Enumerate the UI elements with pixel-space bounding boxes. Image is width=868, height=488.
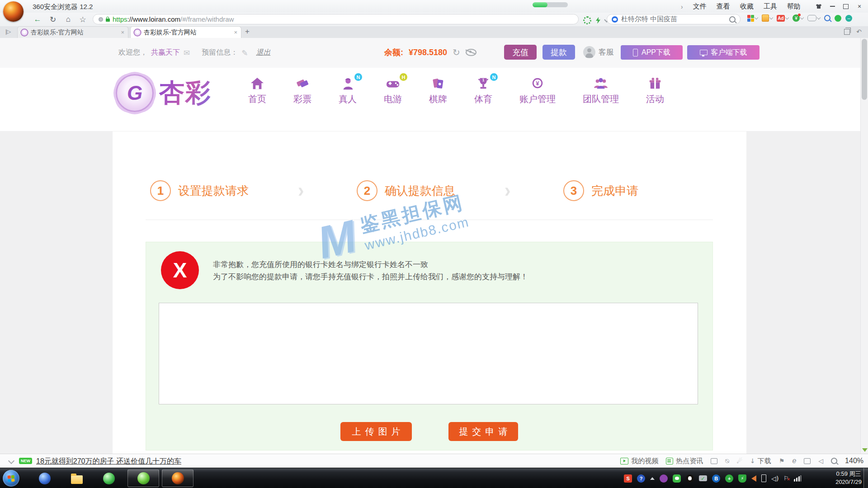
green-status-icon[interactable] — [835, 15, 841, 22]
tray-expand-icon[interactable] — [650, 477, 655, 480]
download-button[interactable]: ↓ 下载 — [750, 457, 771, 465]
battery-icon[interactable] — [761, 474, 766, 482]
nav-item-cards[interactable]: 棋牌 — [429, 77, 447, 105]
tab-close-icon[interactable]: × — [234, 29, 237, 36]
nav-item-team[interactable]: 团队管理 — [583, 77, 619, 105]
tab-title[interactable]: 杏彩娱乐-官方网站 — [144, 28, 231, 37]
menu-tools[interactable]: 工具 — [764, 2, 777, 11]
hide-balance-icon[interactable] — [466, 49, 476, 56]
qq-tray-icon[interactable] — [686, 474, 694, 483]
site-logo-text[interactable]: 杏彩 — [159, 76, 212, 110]
minimize-button[interactable] — [826, 1, 839, 12]
site-safety-icon[interactable] — [99, 17, 103, 22]
orange-speaker-icon[interactable] — [751, 475, 756, 482]
menu-file[interactable]: 文件 — [693, 2, 707, 11]
report-flag-icon[interactable]: ⚑ — [779, 457, 785, 465]
site-logo-icon[interactable]: G — [116, 74, 154, 112]
zoom-icon[interactable] — [831, 458, 837, 464]
sogou-tray-icon[interactable]: S — [624, 474, 632, 483]
bluetooth-tray-icon[interactable]: B — [712, 474, 720, 483]
ie-mode-icon[interactable]: e — [792, 457, 796, 465]
statusbar-collapse-icon[interactable] — [8, 458, 14, 464]
withdraw-button[interactable]: 提款 — [542, 45, 575, 60]
undo-close-tab-icon[interactable]: ↶ — [856, 28, 862, 35]
dropdown-icon[interactable] — [817, 16, 821, 19]
notes-extension[interactable] — [762, 14, 773, 22]
tab-layout-icon[interactable] — [844, 29, 850, 35]
menu-help[interactable]: 帮助 — [787, 2, 801, 11]
taskbar-clock[interactable]: 0:59 周三 2020/7/29 — [835, 470, 862, 486]
client-download-button[interactable]: 客户端下载 — [687, 45, 760, 60]
nav-item-live[interactable]: N 真人 — [339, 77, 357, 105]
ime-keyboard-icon[interactable]: ✓ — [699, 475, 707, 481]
app-download-button[interactable]: APP下载 — [621, 45, 683, 60]
message-envelope-icon[interactable]: ✉ — [184, 48, 190, 57]
nav-item-sports[interactable]: 1 N 体育 — [474, 77, 492, 105]
flower-tray-icon[interactable] — [660, 474, 668, 483]
tab-close-icon[interactable]: × — [121, 29, 124, 36]
tab-inactive[interactable]: 杏彩娱乐-官方网站 × — [17, 26, 128, 38]
taskbar-explorer-icon[interactable] — [70, 472, 84, 485]
nav-item-account[interactable]: ¥ 账户管理 — [519, 77, 556, 105]
wechat-tray-icon[interactable] — [673, 474, 681, 483]
apps-grid-extension[interactable] — [747, 14, 758, 22]
rocket-icon[interactable]: ☄ — [737, 457, 743, 465]
search-icon[interactable] — [729, 16, 736, 23]
zoom-search-icon[interactable] — [824, 15, 830, 21]
browser-medal-icon[interactable]: ⍉ — [725, 457, 729, 465]
browser-logo-icon[interactable] — [3, 1, 24, 22]
wallet-extension[interactable]: ¥ — [793, 14, 803, 22]
adblock-extension[interactable]: Ad — [777, 15, 788, 22]
reload-button[interactable]: ↻ — [47, 14, 59, 25]
search-engine-icon[interactable] — [612, 16, 618, 23]
maximize-button[interactable] — [839, 1, 853, 12]
zoom-level[interactable]: 140% — [845, 457, 863, 465]
volume-icon[interactable]: ◁) — [771, 475, 778, 482]
hot-news-button[interactable]: 热点资讯 — [666, 457, 703, 465]
session-restore-icon[interactable]: |▷ — [5, 28, 11, 35]
nav-item-home[interactable]: 首页 — [248, 77, 266, 105]
tab-active[interactable]: 杏彩娱乐-官方网站 × — [130, 26, 241, 38]
green-plus-tray-icon[interactable]: + — [725, 474, 733, 483]
menu-favorites[interactable]: 收藏 — [740, 2, 754, 11]
speed-mode-icon[interactable] — [583, 16, 591, 24]
nav-item-lottery[interactable]: 彩票 — [293, 77, 311, 105]
shield-tray-icon[interactable]: ⚡ — [738, 474, 746, 483]
submit-application-button[interactable]: 提交申请 — [448, 422, 518, 441]
scrollbar-thumb[interactable] — [862, 39, 867, 100]
refresh-balance-icon[interactable]: ↻ — [453, 48, 460, 57]
dropdown-icon[interactable] — [800, 16, 804, 19]
signal-bars-icon[interactable] — [794, 475, 801, 482]
close-button[interactable]: × — [853, 1, 866, 12]
scroll-down-arrow-icon[interactable] — [862, 448, 868, 452]
address-bar[interactable]: https://www.loiran.com/#/frame/withdraw — [93, 14, 579, 24]
turbo-icon[interactable] — [596, 17, 600, 24]
upload-image-button[interactable]: 上传图片 — [340, 422, 412, 441]
new-tab-button[interactable]: + — [245, 27, 250, 36]
promo-link[interactable]: 18元就得到270万的房子 还送价值几十万的车 — [36, 457, 181, 466]
username[interactable]: 共赢天下 — [151, 48, 180, 57]
favorite-star-button[interactable]: ☆ — [77, 14, 89, 25]
network-icon[interactable]: ⚐✕ — [783, 475, 789, 482]
skin-button[interactable] — [812, 1, 826, 12]
scrollbar[interactable] — [860, 38, 868, 454]
taskbar-messenger-icon[interactable] — [102, 472, 116, 485]
games-extension[interactable] — [807, 15, 820, 21]
menu-chevron-icon[interactable]: › — [681, 3, 683, 10]
nav-item-egames[interactable]: H 电游 — [384, 77, 402, 105]
start-button[interactable] — [3, 470, 19, 487]
dropdown-icon[interactable] — [785, 16, 789, 19]
url-text[interactable]: https://www.loiran.com/#/frame/withdraw — [113, 15, 234, 23]
taskbar-running-secure-browser[interactable] — [162, 469, 193, 487]
window-mode-icon[interactable] — [804, 458, 811, 464]
show-desktop-button[interactable] — [863, 468, 868, 488]
screenshot-icon[interactable] — [711, 458, 717, 464]
menu-view[interactable]: 查看 — [717, 2, 730, 11]
help-tray-icon[interactable]: ? — [637, 474, 645, 483]
tab-title[interactable]: 杏彩娱乐-官方网站 — [31, 28, 118, 37]
customer-service[interactable]: 客服 — [583, 46, 614, 58]
mute-icon[interactable]: ◁ — [818, 457, 823, 465]
upload-preview-box[interactable] — [159, 303, 698, 404]
edit-icon[interactable]: ✎ — [241, 48, 248, 57]
back-button[interactable]: ← — [32, 14, 43, 25]
